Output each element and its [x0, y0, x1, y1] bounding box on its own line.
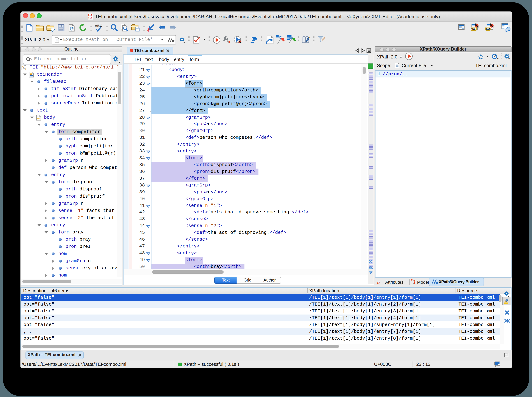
svg-text:XSLT: XSLT	[471, 27, 477, 30]
svg-text:TEI: TEI	[22, 67, 25, 69]
svg-text:XML: XML	[88, 14, 92, 16]
svg-text:ABC: ABC	[95, 24, 102, 27]
svg-text:<●>: <●>	[88, 16, 92, 19]
svg-text:a: a	[377, 279, 380, 285]
svg-text:XQ: XQ	[486, 27, 490, 30]
svg-text:✳: ✳	[146, 27, 150, 32]
